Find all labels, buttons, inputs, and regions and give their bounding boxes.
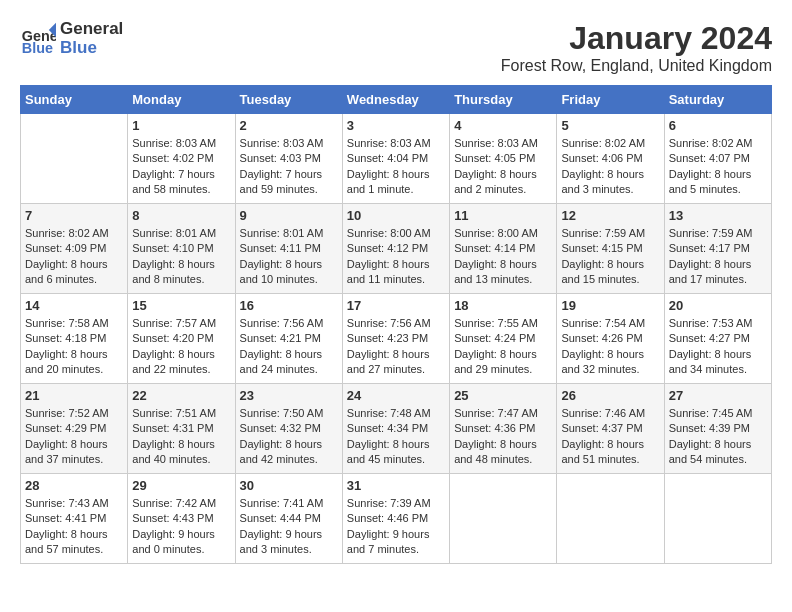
day-detail: Sunrise: 7:41 AMSunset: 4:44 PMDaylight:… bbox=[240, 496, 338, 558]
calendar-cell: 25 Sunrise: 7:47 AMSunset: 4:36 PMDaylig… bbox=[450, 384, 557, 474]
day-detail: Sunrise: 7:50 AMSunset: 4:32 PMDaylight:… bbox=[240, 406, 338, 468]
day-detail: Sunrise: 7:58 AMSunset: 4:18 PMDaylight:… bbox=[25, 316, 123, 378]
calendar-week-5: 28 Sunrise: 7:43 AMSunset: 4:41 PMDaylig… bbox=[21, 474, 772, 564]
svg-text:Blue: Blue bbox=[22, 40, 53, 56]
day-detail: Sunrise: 7:53 AMSunset: 4:27 PMDaylight:… bbox=[669, 316, 767, 378]
calendar-cell: 15 Sunrise: 7:57 AMSunset: 4:20 PMDaylig… bbox=[128, 294, 235, 384]
day-detail: Sunrise: 7:59 AMSunset: 4:17 PMDaylight:… bbox=[669, 226, 767, 288]
calendar-cell: 24 Sunrise: 7:48 AMSunset: 4:34 PMDaylig… bbox=[342, 384, 449, 474]
calendar-body: 1 Sunrise: 8:03 AMSunset: 4:02 PMDayligh… bbox=[21, 114, 772, 564]
day-detail: Sunrise: 7:51 AMSunset: 4:31 PMDaylight:… bbox=[132, 406, 230, 468]
month-title: January 2024 bbox=[501, 20, 772, 57]
calendar-cell bbox=[21, 114, 128, 204]
day-number: 17 bbox=[347, 298, 445, 313]
day-number: 2 bbox=[240, 118, 338, 133]
day-number: 27 bbox=[669, 388, 767, 403]
day-detail: Sunrise: 7:57 AMSunset: 4:20 PMDaylight:… bbox=[132, 316, 230, 378]
calendar-cell: 14 Sunrise: 7:58 AMSunset: 4:18 PMDaylig… bbox=[21, 294, 128, 384]
logo-blue-text: Blue bbox=[60, 39, 123, 58]
day-detail: Sunrise: 7:46 AMSunset: 4:37 PMDaylight:… bbox=[561, 406, 659, 468]
day-detail: Sunrise: 8:00 AMSunset: 4:12 PMDaylight:… bbox=[347, 226, 445, 288]
day-detail: Sunrise: 8:03 AMSunset: 4:02 PMDaylight:… bbox=[132, 136, 230, 198]
day-detail: Sunrise: 7:47 AMSunset: 4:36 PMDaylight:… bbox=[454, 406, 552, 468]
day-number: 28 bbox=[25, 478, 123, 493]
weekday-header-sunday: Sunday bbox=[21, 86, 128, 114]
day-number: 1 bbox=[132, 118, 230, 133]
day-number: 25 bbox=[454, 388, 552, 403]
calendar-cell: 7 Sunrise: 8:02 AMSunset: 4:09 PMDayligh… bbox=[21, 204, 128, 294]
calendar-week-4: 21 Sunrise: 7:52 AMSunset: 4:29 PMDaylig… bbox=[21, 384, 772, 474]
day-number: 19 bbox=[561, 298, 659, 313]
day-number: 16 bbox=[240, 298, 338, 313]
calendar-cell: 5 Sunrise: 8:02 AMSunset: 4:06 PMDayligh… bbox=[557, 114, 664, 204]
weekday-header-saturday: Saturday bbox=[664, 86, 771, 114]
day-detail: Sunrise: 7:56 AMSunset: 4:23 PMDaylight:… bbox=[347, 316, 445, 378]
day-number: 12 bbox=[561, 208, 659, 223]
day-detail: Sunrise: 7:48 AMSunset: 4:34 PMDaylight:… bbox=[347, 406, 445, 468]
calendar-cell: 26 Sunrise: 7:46 AMSunset: 4:37 PMDaylig… bbox=[557, 384, 664, 474]
day-number: 22 bbox=[132, 388, 230, 403]
day-number: 8 bbox=[132, 208, 230, 223]
calendar-week-3: 14 Sunrise: 7:58 AMSunset: 4:18 PMDaylig… bbox=[21, 294, 772, 384]
day-number: 14 bbox=[25, 298, 123, 313]
calendar-cell: 10 Sunrise: 8:00 AMSunset: 4:12 PMDaylig… bbox=[342, 204, 449, 294]
day-detail: Sunrise: 7:59 AMSunset: 4:15 PMDaylight:… bbox=[561, 226, 659, 288]
day-detail: Sunrise: 8:01 AMSunset: 4:10 PMDaylight:… bbox=[132, 226, 230, 288]
day-detail: Sunrise: 7:42 AMSunset: 4:43 PMDaylight:… bbox=[132, 496, 230, 558]
day-number: 24 bbox=[347, 388, 445, 403]
calendar-cell: 30 Sunrise: 7:41 AMSunset: 4:44 PMDaylig… bbox=[235, 474, 342, 564]
calendar-cell: 22 Sunrise: 7:51 AMSunset: 4:31 PMDaylig… bbox=[128, 384, 235, 474]
day-detail: Sunrise: 8:01 AMSunset: 4:11 PMDaylight:… bbox=[240, 226, 338, 288]
calendar-cell: 6 Sunrise: 8:02 AMSunset: 4:07 PMDayligh… bbox=[664, 114, 771, 204]
day-number: 9 bbox=[240, 208, 338, 223]
calendar-cell: 29 Sunrise: 7:42 AMSunset: 4:43 PMDaylig… bbox=[128, 474, 235, 564]
weekday-header-friday: Friday bbox=[557, 86, 664, 114]
calendar-cell: 1 Sunrise: 8:03 AMSunset: 4:02 PMDayligh… bbox=[128, 114, 235, 204]
day-detail: Sunrise: 7:54 AMSunset: 4:26 PMDaylight:… bbox=[561, 316, 659, 378]
calendar-cell: 18 Sunrise: 7:55 AMSunset: 4:24 PMDaylig… bbox=[450, 294, 557, 384]
calendar-cell bbox=[557, 474, 664, 564]
calendar-cell: 28 Sunrise: 7:43 AMSunset: 4:41 PMDaylig… bbox=[21, 474, 128, 564]
day-detail: Sunrise: 8:03 AMSunset: 4:05 PMDaylight:… bbox=[454, 136, 552, 198]
calendar-cell: 19 Sunrise: 7:54 AMSunset: 4:26 PMDaylig… bbox=[557, 294, 664, 384]
day-number: 13 bbox=[669, 208, 767, 223]
day-detail: Sunrise: 8:02 AMSunset: 4:09 PMDaylight:… bbox=[25, 226, 123, 288]
calendar-cell: 31 Sunrise: 7:39 AMSunset: 4:46 PMDaylig… bbox=[342, 474, 449, 564]
day-number: 7 bbox=[25, 208, 123, 223]
day-number: 20 bbox=[669, 298, 767, 313]
day-number: 5 bbox=[561, 118, 659, 133]
day-detail: Sunrise: 7:52 AMSunset: 4:29 PMDaylight:… bbox=[25, 406, 123, 468]
day-number: 15 bbox=[132, 298, 230, 313]
day-detail: Sunrise: 8:02 AMSunset: 4:07 PMDaylight:… bbox=[669, 136, 767, 198]
calendar-cell: 9 Sunrise: 8:01 AMSunset: 4:11 PMDayligh… bbox=[235, 204, 342, 294]
day-detail: Sunrise: 7:45 AMSunset: 4:39 PMDaylight:… bbox=[669, 406, 767, 468]
calendar-cell: 13 Sunrise: 7:59 AMSunset: 4:17 PMDaylig… bbox=[664, 204, 771, 294]
day-detail: Sunrise: 7:43 AMSunset: 4:41 PMDaylight:… bbox=[25, 496, 123, 558]
day-detail: Sunrise: 7:56 AMSunset: 4:21 PMDaylight:… bbox=[240, 316, 338, 378]
calendar-cell bbox=[664, 474, 771, 564]
calendar-cell: 11 Sunrise: 8:00 AMSunset: 4:14 PMDaylig… bbox=[450, 204, 557, 294]
logo-icon: General Blue bbox=[20, 21, 56, 57]
day-detail: Sunrise: 8:03 AMSunset: 4:04 PMDaylight:… bbox=[347, 136, 445, 198]
calendar-table: SundayMondayTuesdayWednesdayThursdayFrid… bbox=[20, 85, 772, 564]
weekday-header-wednesday: Wednesday bbox=[342, 86, 449, 114]
calendar-cell: 27 Sunrise: 7:45 AMSunset: 4:39 PMDaylig… bbox=[664, 384, 771, 474]
logo: General Blue General Blue bbox=[20, 20, 123, 57]
day-number: 3 bbox=[347, 118, 445, 133]
calendar-week-1: 1 Sunrise: 8:03 AMSunset: 4:02 PMDayligh… bbox=[21, 114, 772, 204]
day-number: 10 bbox=[347, 208, 445, 223]
day-number: 26 bbox=[561, 388, 659, 403]
day-number: 21 bbox=[25, 388, 123, 403]
header-row: SundayMondayTuesdayWednesdayThursdayFrid… bbox=[21, 86, 772, 114]
location-title: Forest Row, England, United Kingdom bbox=[501, 57, 772, 75]
calendar-cell: 21 Sunrise: 7:52 AMSunset: 4:29 PMDaylig… bbox=[21, 384, 128, 474]
calendar-cell: 3 Sunrise: 8:03 AMSunset: 4:04 PMDayligh… bbox=[342, 114, 449, 204]
day-detail: Sunrise: 8:03 AMSunset: 4:03 PMDaylight:… bbox=[240, 136, 338, 198]
day-number: 29 bbox=[132, 478, 230, 493]
logo-general-text: General bbox=[60, 20, 123, 39]
weekday-header-monday: Monday bbox=[128, 86, 235, 114]
calendar-cell: 2 Sunrise: 8:03 AMSunset: 4:03 PMDayligh… bbox=[235, 114, 342, 204]
day-number: 18 bbox=[454, 298, 552, 313]
calendar-cell: 20 Sunrise: 7:53 AMSunset: 4:27 PMDaylig… bbox=[664, 294, 771, 384]
day-detail: Sunrise: 7:55 AMSunset: 4:24 PMDaylight:… bbox=[454, 316, 552, 378]
